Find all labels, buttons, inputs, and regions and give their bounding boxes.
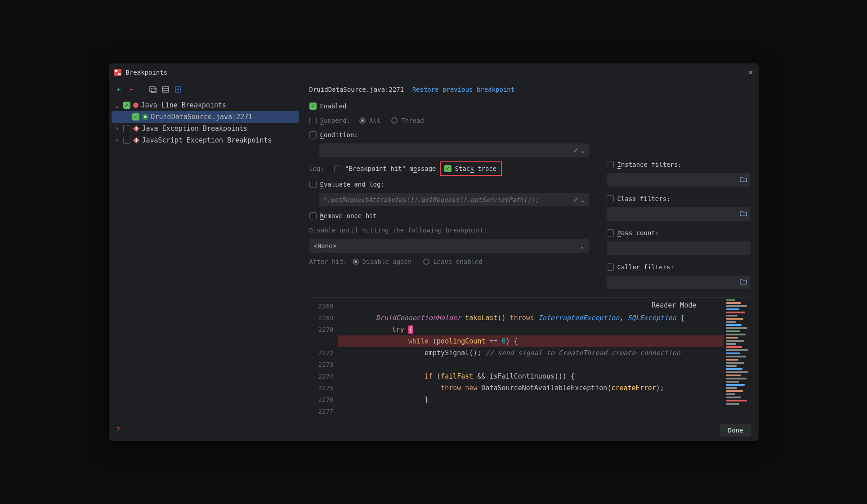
log-row: Log: "Breakpoint hit" message Stack trac… bbox=[309, 161, 589, 176]
disable-until-label: Disable until hitting the following brea… bbox=[309, 227, 487, 234]
gutter-line[interactable]: 2276 bbox=[309, 394, 338, 406]
caller-filter-row[interactable]: Caller filters: bbox=[607, 261, 751, 273]
after-hit-leave-radio[interactable] bbox=[423, 259, 429, 265]
eval-log-checkbox[interactable] bbox=[309, 181, 317, 188]
close-icon[interactable]: ✕ bbox=[749, 68, 753, 76]
suspend-thread-radio[interactable] bbox=[391, 117, 398, 124]
exception-icon bbox=[133, 125, 139, 132]
eval-log-input[interactable]: r.getRequestAttributes()).getRequest().g… bbox=[319, 193, 589, 206]
help-icon[interactable]: ? bbox=[116, 426, 121, 434]
gutter-line[interactable]: 2272 bbox=[309, 347, 338, 359]
left-toolbar: ＋ － bbox=[109, 81, 302, 98]
tree-group[interactable]: ⌄ Java Line Breakpoints bbox=[112, 99, 299, 111]
svg-rect-15 bbox=[136, 141, 137, 142]
svg-rect-12 bbox=[136, 129, 137, 130]
instance-filter-row[interactable]: Instance filters: bbox=[607, 159, 751, 170]
gutter-line[interactable]: 2274 bbox=[309, 370, 338, 382]
suspend-all-label: All bbox=[369, 117, 380, 124]
expand-arrow-icon[interactable]: › bbox=[114, 125, 121, 133]
add-icon[interactable]: ＋ bbox=[115, 86, 122, 93]
group-by-class-icon[interactable] bbox=[162, 86, 169, 93]
enabled-row[interactable]: Enabled bbox=[309, 100, 589, 112]
condition-input[interactable]: ⤢ ⌄ bbox=[319, 143, 589, 157]
svg-rect-4 bbox=[151, 88, 156, 93]
expand-arrow-icon[interactable]: ⌄ bbox=[114, 101, 121, 109]
minimap-line bbox=[726, 330, 740, 332]
reader-mode-label[interactable]: Reader Mode bbox=[652, 301, 696, 309]
remove-icon[interactable]: － bbox=[128, 86, 135, 93]
gutter: 226822692270227222732274227522762277 bbox=[309, 298, 338, 419]
minimap-line bbox=[726, 337, 738, 339]
folder-icon[interactable] bbox=[740, 176, 747, 183]
condition-checkbox[interactable] bbox=[309, 131, 317, 138]
minimap-line bbox=[726, 352, 740, 354]
minimap-line bbox=[726, 312, 745, 313]
disable-until-select[interactable]: <None> ⌄ bbox=[309, 239, 589, 253]
pass-count-row[interactable]: Pass count: bbox=[607, 227, 751, 239]
chevron-down-icon[interactable]: ⌄ bbox=[581, 147, 585, 154]
after-hit-disable-radio[interactable] bbox=[353, 259, 359, 265]
condition-row[interactable]: Condition: bbox=[309, 129, 589, 141]
gutter-line[interactable]: 2268 bbox=[309, 300, 338, 312]
caller-filter-input[interactable] bbox=[607, 276, 751, 289]
done-button[interactable]: Done bbox=[720, 424, 751, 437]
form-left-col: Enabled Suspend: All Thread bbox=[309, 98, 589, 289]
group-checkbox[interactable] bbox=[123, 125, 130, 132]
suspend-row[interactable]: Suspend: All Thread bbox=[309, 115, 589, 126]
stack-trace-checkbox[interactable] bbox=[444, 165, 451, 172]
minimap-line bbox=[726, 368, 742, 370]
after-hit-disable-label: Disable again bbox=[362, 258, 412, 265]
tree-group[interactable]: › JavaScript Exception Breakpoints bbox=[112, 134, 299, 146]
code-line bbox=[338, 406, 724, 417]
expand-icon[interactable]: ⤢ bbox=[573, 196, 578, 203]
after-hit-label: After hit: bbox=[309, 258, 347, 265]
minimap-line bbox=[726, 305, 747, 307]
gutter-line[interactable]: 2269 bbox=[309, 312, 338, 324]
pass-count-checkbox[interactable] bbox=[607, 229, 614, 236]
chevron-down-icon[interactable]: ⌄ bbox=[581, 196, 585, 203]
expand-arrow-icon[interactable]: › bbox=[114, 136, 121, 144]
expand-icon[interactable]: ⤢ bbox=[573, 147, 578, 154]
remove-once-checkbox[interactable] bbox=[309, 212, 317, 219]
gutter-line[interactable]: 2275 bbox=[309, 382, 338, 394]
suspend-all-radio[interactable] bbox=[359, 117, 366, 124]
class-filter-checkbox[interactable] bbox=[607, 195, 614, 202]
filters-col: Instance filters: Class filters: bbox=[607, 98, 751, 289]
eval-log-row[interactable]: Evaluate and log: bbox=[309, 178, 589, 190]
tree-item[interactable]: DruidDataSource.java:2271 bbox=[112, 111, 299, 123]
remove-once-row[interactable]: Remove once hit bbox=[309, 210, 589, 222]
class-filter-input[interactable] bbox=[607, 207, 751, 221]
group-label: Java Exception Breakpoints bbox=[142, 125, 248, 133]
instance-filter-checkbox[interactable] bbox=[607, 161, 614, 168]
group-checkbox[interactable] bbox=[123, 137, 130, 144]
minimap-line bbox=[726, 359, 738, 361]
eval-log-value: r.getRequestAttributes()).getRequest().g… bbox=[323, 196, 539, 203]
gutter-line[interactable]: 2270 bbox=[309, 324, 338, 335]
code-line: try { bbox=[338, 324, 724, 335]
restore-link[interactable]: Restore previous breakpoint bbox=[412, 86, 515, 93]
folder-icon[interactable] bbox=[740, 278, 747, 286]
suspend-checkbox[interactable] bbox=[309, 117, 317, 124]
group-checkbox[interactable] bbox=[123, 102, 130, 109]
tree-group[interactable]: › Java Exception Breakpoints bbox=[112, 123, 299, 134]
log-hit-label: "Breakpoint hit" message bbox=[345, 165, 436, 172]
class-filter-row[interactable]: Class filters: bbox=[607, 193, 751, 205]
pass-count-input[interactable] bbox=[607, 241, 751, 255]
gutter-line[interactable]: 2277 bbox=[309, 406, 338, 417]
gutter-line[interactable]: 2273 bbox=[309, 359, 338, 370]
item-checkbox[interactable] bbox=[132, 113, 139, 120]
caller-filter-checkbox[interactable] bbox=[607, 263, 614, 271]
group-by-file-icon[interactable] bbox=[149, 86, 156, 93]
gutter-line[interactable] bbox=[309, 335, 338, 347]
view-options-icon[interactable] bbox=[174, 86, 182, 93]
folder-icon[interactable] bbox=[740, 210, 747, 218]
minimap[interactable] bbox=[724, 298, 751, 419]
enabled-checkbox[interactable] bbox=[309, 103, 317, 110]
minimap-line bbox=[726, 315, 737, 317]
minimap-line bbox=[726, 400, 747, 401]
exception-icon bbox=[133, 137, 139, 143]
log-hit-checkbox[interactable] bbox=[334, 165, 341, 172]
instance-filter-input[interactable] bbox=[607, 173, 751, 187]
chevron-down-icon[interactable]: ⌄ bbox=[580, 242, 584, 250]
minimap-line bbox=[726, 371, 748, 373]
